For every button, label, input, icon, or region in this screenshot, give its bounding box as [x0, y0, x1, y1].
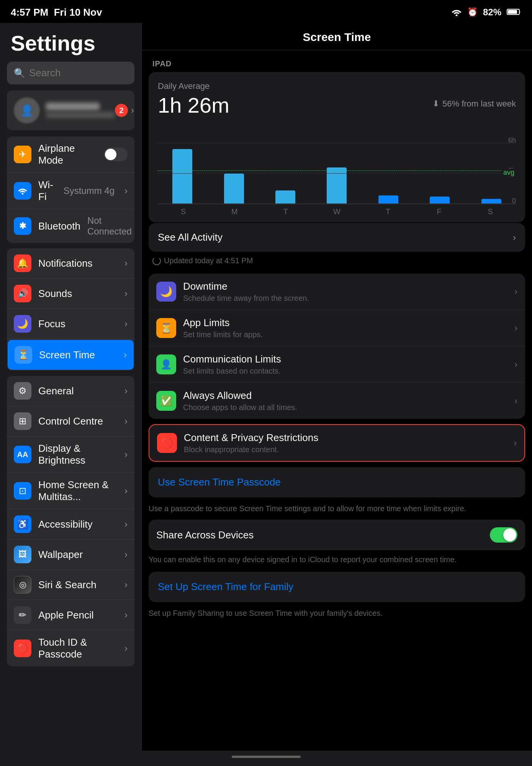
content-header: Screen Time [142, 23, 532, 50]
status-bar: 4:57 PM Fri 10 Nov ⏰ 82% [0, 0, 532, 23]
sidebar-item-apple-pencil[interactable]: ✏ Apple Pencil › [7, 600, 134, 630]
bar-t1 [275, 190, 295, 204]
accessibility-chevron: › [124, 519, 128, 530]
screen-time-icon: ⏳ [15, 346, 32, 364]
battery-percentage: 82% [483, 7, 501, 18]
focus-chevron: › [124, 318, 128, 329]
share-across-devices-row: Share Across Devices [149, 520, 525, 550]
bar-m [224, 174, 244, 204]
always-allowed-item[interactable]: ✅ Always Allowed Choose apps to allow at… [149, 383, 525, 419]
use-passcode-button[interactable]: Use Screen Time Passcode [149, 467, 525, 497]
general-label: General [38, 385, 118, 397]
airplane-mode-toggle[interactable] [104, 148, 128, 161]
sidebar-item-sounds[interactable]: 🔊 Sounds › [7, 279, 134, 309]
sidebar: Settings 🔍 👤 2 › ✈ A [0, 23, 142, 751]
app-limits-text: App Limits Set time limits for apps. [183, 317, 507, 339]
comparison-text: 56% from last week [442, 99, 516, 109]
sections-group: 🌙 Downtime Schedule time away from the s… [149, 274, 525, 419]
wallpaper-icon: 🖼 [14, 546, 31, 563]
battery-icon [507, 7, 521, 18]
app-limits-chevron: › [514, 323, 517, 333]
daily-average-label: Daily Average [158, 81, 516, 91]
day-label-s1: S [158, 207, 209, 216]
status-time: 4:57 PM Fri 10 Nov [11, 7, 102, 18]
content-privacy-group: 🚫 Content & Privacy Restrictions Block i… [149, 424, 525, 462]
sidebar-item-control-centre[interactable]: ⊞ Control Centre › [7, 406, 134, 436]
bluetooth-label: Bluetooth [38, 220, 80, 232]
bar-col-s1 [158, 143, 207, 204]
sidebar-item-focus[interactable]: 🌙 Focus › [7, 309, 134, 339]
content-privacy-subtitle: Block inappropriate content. [184, 445, 507, 454]
downtime-subtitle: Schedule time away from the screen. [183, 294, 507, 303]
profile-card[interactable]: 👤 2 › [7, 90, 134, 130]
see-all-activity[interactable]: See All Activity › [149, 223, 525, 252]
content-privacy-icon: 🚫 [157, 433, 177, 453]
always-allowed-text: Always Allowed Choose apps to allow at a… [183, 390, 507, 412]
sidebar-item-general[interactable]: ⚙ General › [7, 376, 134, 406]
always-allowed-chevron: › [514, 395, 517, 406]
day-label-t1: T [260, 207, 311, 216]
main-layout: Settings 🔍 👤 2 › ✈ A [0, 23, 532, 751]
home-screen-label: Home Screen & Multitas... [38, 479, 118, 503]
profile-subtitle [46, 112, 115, 118]
communication-limits-item[interactable]: 👤 Communication Limits Set limits based … [149, 346, 525, 383]
search-bar[interactable]: 🔍 [7, 62, 134, 84]
sidebar-item-home-screen[interactable]: ⊡ Home Screen & Multitas... › [7, 473, 134, 509]
share-across-devices-toggle[interactable] [490, 527, 517, 543]
share-across-devices-description: You can enable this on any device signed… [142, 550, 532, 565]
sounds-icon: 🔊 [14, 285, 31, 302]
display-brightness-icon: AA [14, 446, 31, 463]
screen-time-label: Screen Time [39, 349, 117, 361]
use-passcode-description: Use a passcode to secure Screen Time set… [149, 503, 525, 514]
downtime-chevron: › [514, 286, 517, 297]
sidebar-item-siri-search[interactable]: ◎ Siri & Search › [7, 570, 134, 600]
notifications-label: Notifications [38, 258, 118, 269]
sidebar-item-display-brightness[interactable]: AA Display & Brightness › [7, 436, 134, 473]
always-allowed-icon: ✅ [156, 391, 176, 411]
communication-limits-text: Communication Limits Set limits based on… [183, 353, 507, 376]
always-allowed-title: Always Allowed [183, 390, 507, 402]
bluetooth-icon: ✱ [14, 217, 31, 235]
profile-name [46, 103, 100, 110]
downtime-text: Downtime Schedule time away from the scr… [183, 280, 507, 303]
search-icon: 🔍 [14, 68, 25, 79]
sidebar-item-airplane-mode[interactable]: ✈ Airplane Mode [7, 136, 134, 173]
apple-pencil-label: Apple Pencil [38, 609, 118, 621]
wifi-label: Wi-Fi [38, 179, 57, 203]
apple-pencil-chevron: › [124, 610, 128, 620]
content-privacy-item[interactable]: 🚫 Content & Privacy Restrictions Block i… [149, 425, 524, 461]
profile-text [46, 103, 115, 118]
bar-s2 [481, 199, 501, 204]
app-limits-item[interactable]: ⏳ App Limits Set time limits for apps. › [149, 310, 525, 346]
sounds-chevron: › [124, 288, 128, 299]
svg-rect-2 [508, 10, 517, 14]
sidebar-item-screen-time[interactable]: ⏳ Screen Time › [8, 340, 134, 370]
airplane-mode-icon: ✈ [14, 146, 31, 163]
bar-t2 [378, 195, 398, 204]
sidebar-item-touch-id-passcode[interactable]: 🔴 Touch ID & Passcode › [7, 630, 134, 666]
siri-search-label: Siri & Search [38, 579, 118, 591]
system-group: 🔔 Notifications › 🔊 Sounds › 🌙 Focus › ⏳… [7, 248, 134, 371]
comparison-icon: ⬇ [432, 99, 439, 109]
bar-s1 [172, 149, 192, 204]
content-title: Screen Time [303, 31, 371, 43]
family-button[interactable]: Set Up Screen Time for Family [149, 572, 525, 602]
use-passcode-label: Use Screen Time Passcode [158, 476, 516, 488]
sidebar-item-accessibility[interactable]: ♿ Accessibility › [7, 509, 134, 540]
bar-col-w [312, 143, 361, 204]
home-screen-chevron: › [124, 486, 128, 496]
sidebar-item-bluetooth[interactable]: ✱ Bluetooth Not Connected › [7, 209, 134, 243]
day-label-m: M [209, 207, 260, 216]
sidebar-item-wallpaper[interactable]: 🖼 Wallpaper › [7, 540, 134, 570]
wallpaper-label: Wallpaper [38, 549, 118, 561]
downtime-item[interactable]: 🌙 Downtime Schedule time away from the s… [149, 274, 525, 310]
sidebar-item-notifications[interactable]: 🔔 Notifications › [7, 248, 134, 279]
search-input[interactable] [29, 67, 128, 79]
siri-search-chevron: › [124, 579, 128, 590]
bar-col-f [415, 143, 464, 204]
content-privacy-text: Content & Privacy Restrictions Block ina… [184, 432, 507, 454]
general-chevron: › [124, 385, 128, 396]
chart-card: Daily Average 1h 26m ⬇ 56% from last wee… [149, 72, 525, 222]
sidebar-item-wifi[interactable]: Wi-Fi Systumm 4g › [7, 173, 134, 209]
updated-label: Updated today at 4:51 PM [142, 252, 532, 268]
